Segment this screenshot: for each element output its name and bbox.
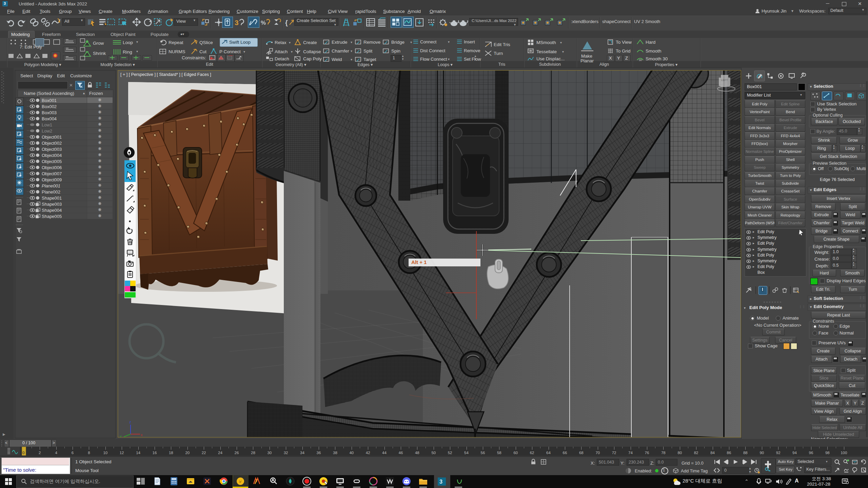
svg-text:LEFT: LEFT bbox=[721, 79, 728, 82]
svg-text:3: 3 bbox=[235, 19, 239, 26]
svg-text:Alt + 1: Alt + 1 bbox=[411, 259, 427, 265]
svg-text:3: 3 bbox=[439, 479, 442, 485]
svg-text:y: y bbox=[120, 434, 122, 438]
svg-text:%: % bbox=[261, 20, 266, 26]
svg-text:30: 30 bbox=[639, 59, 642, 62]
svg-text:z: z bbox=[129, 420, 131, 424]
svg-text:[ + ] [ Perspective ] [ Standa: [ + ] [ Perspective ] [ Standard* ] [ Ed… bbox=[120, 72, 211, 77]
svg-text:{: { bbox=[285, 19, 288, 26]
svg-text:x: x bbox=[141, 433, 143, 437]
